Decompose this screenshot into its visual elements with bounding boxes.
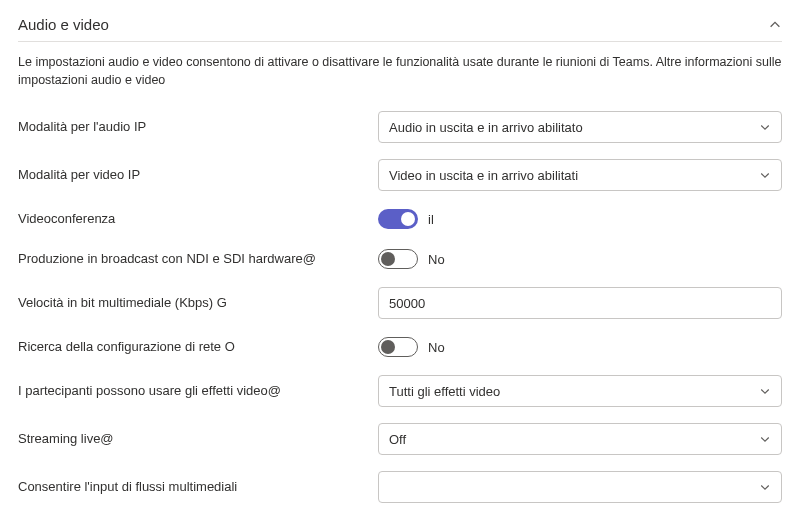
- row-live-streaming: Streaming live@ Off: [18, 415, 782, 463]
- chevron-down-icon: [759, 385, 771, 397]
- chevron-down-icon: [759, 433, 771, 445]
- toggle-video-conferencing-state: il: [428, 212, 434, 227]
- label-ip-audio-mode: Modalità per l'audio IP: [18, 119, 378, 136]
- label-ip-video-mode: Modalità per video IP: [18, 167, 378, 184]
- select-media-stream-input[interactable]: [378, 471, 782, 503]
- section-header[interactable]: Audio e video: [18, 12, 782, 42]
- label-network-lookup: Ricerca della configurazione di rete O: [18, 339, 378, 356]
- audio-video-panel: Audio e video Le impostazioni audio e vi…: [0, 0, 800, 526]
- input-media-bitrate[interactable]: 50000: [378, 287, 782, 319]
- label-live-streaming: Streaming live@: [18, 431, 378, 448]
- row-video-effects: I partecipanti possono usare gli effetti…: [18, 367, 782, 415]
- label-video-conferencing: Videoconferenza: [18, 211, 378, 228]
- toggle-network-lookup-state: No: [428, 340, 445, 355]
- row-network-lookup: Ricerca della configurazione di rete O N…: [18, 327, 782, 367]
- label-ndi-broadcast: Produzione in broadcast con NDI e SDI ha…: [18, 251, 378, 268]
- select-live-streaming[interactable]: Off: [378, 423, 782, 455]
- label-media-bitrate: Velocità in bit multimediale (Kbps) G: [18, 295, 378, 312]
- row-ndi-broadcast: Produzione in broadcast con NDI e SDI ha…: [18, 239, 782, 279]
- select-video-effects[interactable]: Tutti gli effetti video: [378, 375, 782, 407]
- toggle-network-lookup[interactable]: [378, 337, 418, 357]
- label-media-stream-input: Consentire l'input di flussi multimedial…: [18, 479, 378, 496]
- toggle-video-conferencing[interactable]: [378, 209, 418, 229]
- chevron-up-icon: [768, 18, 782, 32]
- select-ip-audio-mode[interactable]: Audio in uscita e in arrivo abilitato: [378, 111, 782, 143]
- section-title: Audio e video: [18, 16, 109, 33]
- row-media-bitrate: Velocità in bit multimediale (Kbps) G 50…: [18, 279, 782, 327]
- select-ip-video-mode-value: Video in uscita e in arrivo abilitati: [389, 168, 578, 183]
- row-ip-video-mode: Modalità per video IP Video in uscita e …: [18, 151, 782, 199]
- chevron-down-icon: [759, 481, 771, 493]
- section-description: Le impostazioni audio e video consentono…: [18, 54, 782, 89]
- select-ip-audio-mode-value: Audio in uscita e in arrivo abilitato: [389, 120, 583, 135]
- chevron-down-icon: [759, 121, 771, 133]
- toggle-ndi-broadcast-state: No: [428, 252, 445, 267]
- row-media-stream-input: Consentire l'input di flussi multimedial…: [18, 463, 782, 511]
- toggle-ndi-broadcast[interactable]: [378, 249, 418, 269]
- input-media-bitrate-value: 50000: [389, 296, 425, 311]
- row-ip-audio-mode: Modalità per l'audio IP Audio in uscita …: [18, 103, 782, 151]
- select-ip-video-mode[interactable]: Video in uscita e in arrivo abilitati: [378, 159, 782, 191]
- chevron-down-icon: [759, 169, 771, 181]
- select-video-effects-value: Tutti gli effetti video: [389, 384, 500, 399]
- label-video-effects: I partecipanti possono usare gli effetti…: [18, 383, 378, 400]
- select-live-streaming-value: Off: [389, 432, 406, 447]
- row-video-conferencing: Videoconferenza il: [18, 199, 782, 239]
